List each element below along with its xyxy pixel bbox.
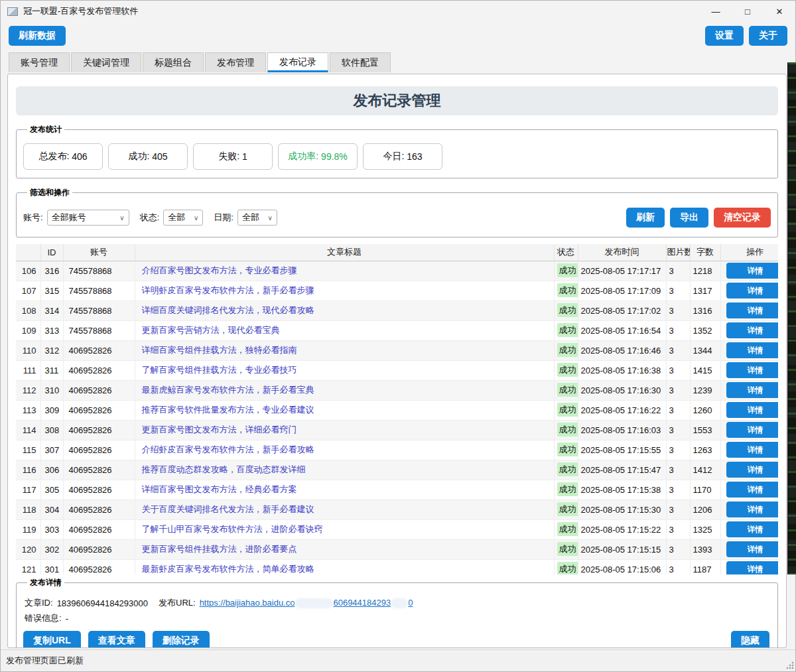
detail-button[interactable]: 详情 [726,502,779,517]
detail-button[interactable]: 详情 [726,402,779,418]
detail-button[interactable]: 详情 [726,322,779,338]
article-title-link[interactable]: 介绍百家号图文发布方法，专业必看步骤 [142,265,297,275]
article-title-link[interactable]: 详细百家号图文发布方法，经典必看方案 [142,484,297,494]
tab-publish-management[interactable]: 发布管理 [205,52,266,72]
refresh-data-button[interactable]: 刷新数据 [9,26,66,46]
hide-button[interactable]: 隐藏 [731,631,769,648]
detail-button[interactable]: 详情 [726,263,779,279]
publish-time: 2025-08-05 17:15:15 [578,539,666,559]
image-count: 3 [666,559,690,574]
record-id: 302 [40,539,63,559]
url-fragment: https://baijiahao.baidu.co [200,598,295,608]
article-title-link[interactable]: 了解千山甲百家号发布软件方法，进阶必看诀窍 [142,524,323,534]
status-badge: 成功 [557,482,578,496]
word-count: 1206 [690,500,720,519]
chevron-down-icon: ∨ [261,214,273,222]
column-header: 字数 [690,244,720,261]
article-title-link[interactable]: 详细百度关键词排名代发方法，现代必看攻略 [142,305,314,315]
article-title-link[interactable]: 了解百家号组件挂载方法，专业必看技巧 [142,365,297,375]
account-filter-select[interactable]: 全部账号 ∨ [47,210,129,226]
detail-button[interactable]: 详情 [726,302,779,318]
status-badge: 成功 [557,303,578,317]
article-title-link[interactable]: 推荐百度动态群发攻略，百度动态群发详细 [142,464,306,474]
account-cell: 406952826 [63,380,135,400]
export-button[interactable]: 导出 [670,208,708,228]
error-label: 错误信息: [25,612,62,624]
column-header: 发布时间 [578,244,666,261]
row-number: 115 [16,440,40,460]
article-title-link[interactable]: 更新百家号营销方法，现代必看宝典 [142,325,280,335]
refresh-button[interactable]: 刷新 [626,208,665,228]
resize-grip[interactable] [785,661,794,669]
row-number: 118 [16,500,40,519]
maximize-button[interactable]: □ [732,1,763,22]
article-title-link[interactable]: 详细百家号组件挂载方法，独特必看指南 [142,345,297,355]
tab-title-combo[interactable]: 标题组合 [143,52,204,72]
status-badge: 成功 [557,423,578,437]
detail-button[interactable]: 详情 [726,482,779,498]
article-title-link[interactable]: 关于百度关键词排名代发方法，新手必看建议 [142,504,314,514]
article-title-link[interactable]: 推荐百家号软件批量发布方法，专业必看建议 [142,405,314,415]
tab-software-config[interactable]: 软件配置 [330,52,391,72]
tab-keyword-management[interactable]: 关键词管理 [71,52,141,72]
chevron-down-icon: ∨ [187,214,198,222]
publish-time: 2025-08-05 17:15:30 [578,500,666,519]
detail-button[interactable]: 详情 [726,462,779,478]
tab-label: 软件配置 [342,57,379,69]
account-cell: 406952826 [63,559,135,574]
detail-button[interactable]: 详情 [726,442,779,458]
detail-button[interactable]: 详情 [726,541,779,557]
image-count: 3 [666,519,690,539]
settings-button[interactable]: 设置 [705,26,744,46]
delete-record-button[interactable]: 删除记录 [153,631,210,648]
detail-button[interactable]: 详情 [726,561,779,574]
record-id: 301 [40,559,63,574]
stat-value: 163 [407,151,422,162]
article-title-link[interactable]: 更新百家号图文发布方法，详细必看窍门 [142,425,297,435]
tab-account-management[interactable]: 账号管理 [9,52,70,72]
copy-url-button[interactable]: 复制URL [23,631,81,648]
table-row: 121 301 406952826 最新虾皮百家号发布软件方法，简单必看攻略 成… [16,559,778,574]
minimize-button[interactable]: — [700,1,732,22]
detail-button[interactable]: 详情 [726,283,779,299]
image-count: 3 [666,420,690,440]
publish-time: 2025-08-05 17:16:54 [578,320,666,340]
article-title-link[interactable]: 更新百家号组件挂载方法，进阶必看要点 [142,544,297,554]
record-id: 312 [40,340,63,360]
tab-publish-records[interactable]: 发布记录 [267,52,328,72]
publish-time: 2025-08-05 17:17:17 [578,261,666,281]
detail-button[interactable]: 详情 [726,342,779,358]
article-title-link[interactable]: 详明虾皮百家号发布软件方法，新手必看步骤 [142,285,314,295]
article-title-link[interactable]: 最新虾皮百家号发布软件方法，简单必看攻略 [142,564,314,574]
close-button[interactable]: ✕ [763,1,795,22]
date-filter-select[interactable]: 全部 ∨ [237,210,277,226]
status-filter-label: 状态: [140,212,160,224]
view-article-button[interactable]: 查看文章 [88,631,145,648]
detail-button[interactable]: 详情 [726,422,779,438]
word-count: 1553 [690,420,720,440]
detail-button[interactable]: 详情 [726,382,779,398]
status-badge: 成功 [557,502,578,516]
clear-records-button[interactable]: 清空记录 [714,208,771,228]
word-count: 1187 [690,559,720,574]
detail-button[interactable]: 详情 [726,362,779,378]
status-badge: 成功 [557,403,578,417]
status-badge: 成功 [557,562,578,574]
row-number: 110 [16,340,40,360]
publish-time: 2025-08-05 17:15:22 [578,519,666,539]
detail-button[interactable]: 详情 [726,521,779,537]
tab-label: 标题组合 [155,57,192,69]
about-button[interactable]: 关于 [749,26,787,46]
article-id-line: 文章ID: 1839606944184293000 发布URL: https:/… [25,597,771,609]
publish-url-link[interactable]: https://baijiahao.baidu.co6069441842930 [200,598,413,608]
image-count: 3 [666,320,690,340]
article-title-link[interactable]: 介绍虾皮百家号发布软件方法，新手必看攻略 [142,444,314,454]
title-bar: 冠一联盟-百家号发布管理软件 — □ ✕ [1,1,795,22]
status-filter-select[interactable]: 全部 ∨ [163,210,203,226]
row-number: 106 [16,261,40,281]
article-title-link[interactable]: 最新虎鲸百家号发布软件方法，新手必看宝典 [142,385,314,395]
table-row: 113 309 406952826 推荐百家号软件批量发布方法，专业必看建议 成… [16,400,778,420]
image-count: 3 [666,480,690,500]
publish-time: 2025-08-05 17:17:09 [578,281,666,301]
table-row: 119 303 406952826 了解千山甲百家号发布软件方法，进阶必看诀窍 … [16,519,778,539]
